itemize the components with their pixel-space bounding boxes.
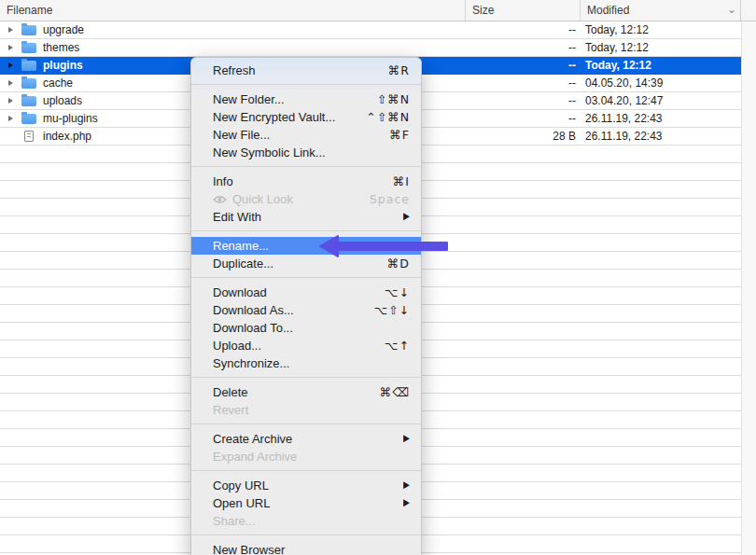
menu-item-download-as[interactable]: Download As... ⌥⇧↓ ▶ [191, 301, 421, 319]
menu-item-edit-with[interactable]: Edit With ▶ [191, 208, 421, 226]
menu-item-download-to[interactable]: Download To... ▶ [191, 319, 421, 337]
menu-item-refresh[interactable]: Refresh ⌘R ▶ [191, 62, 421, 79]
menu-item-label: Refresh [213, 62, 388, 79]
menu-separator [191, 377, 421, 378]
menu-item-shortcut: ⌘R [388, 62, 410, 79]
menu-item-quick-look: Quick Look Space ▶ [191, 190, 421, 208]
menu-item-open-url[interactable]: Open URL ▶ [191, 494, 421, 512]
menu-item-shortcut: ⌥↑ [385, 337, 410, 354]
menu-separator [191, 423, 421, 424]
disclosure-triangle-icon[interactable] [8, 98, 13, 104]
file-size: -- [469, 76, 580, 90]
menu-item-label: Download As... [213, 301, 374, 319]
disclosure-triangle-icon[interactable] [8, 45, 13, 50]
column-header-blank [740, 0, 756, 21]
menu-item-new-encrypted-vault[interactable]: New Encrypted Vault... ⌃⇧⌘N ▶ [191, 108, 421, 126]
menu-item-label: Expand Archive [213, 448, 410, 465]
menu-item-shortcut: ⌘F [389, 126, 410, 144]
menu-item-label: New Symbolic Link... [213, 144, 410, 161]
file-size: -- [469, 94, 580, 107]
file-modified: Today, 12:12 [580, 59, 741, 72]
folder-icon [21, 25, 36, 35]
file-size: -- [469, 23, 580, 36]
menu-item-delete[interactable]: Delete ⌘⌫ ▶ [191, 383, 421, 401]
menu-item-label: Synchronize... [213, 354, 410, 372]
folder-icon [21, 96, 36, 106]
menu-item-new-folder[interactable]: New Folder... ⇧⌘N ▶ [191, 90, 421, 108]
menu-item-info[interactable]: Info ⌘I ▶ [191, 173, 421, 190]
disclosure-triangle-icon[interactable] [8, 80, 13, 86]
menu-item-label: New Browser [213, 541, 410, 555]
menu-separator [191, 534, 421, 535]
menu-item-new-browser[interactable]: New Browser ▶ [191, 541, 421, 555]
file-modified: Today, 12:12 [580, 23, 741, 36]
file-name: upgrade [43, 23, 469, 36]
file-modified: 04.05.20, 14:39 [580, 76, 741, 90]
file-modified: 03.04.20, 12:47 [580, 94, 741, 107]
file-modified: 26.11.19, 22:43 [580, 130, 741, 143]
menu-item-label: New Folder... [213, 90, 377, 108]
menu-separator [191, 277, 421, 278]
file-size: -- [469, 41, 580, 54]
chevron-down-icon[interactable]: ⌄ [727, 3, 736, 16]
table-row-upgrade[interactable]: upgrade -- Today, 12:12 [0, 21, 741, 39]
folder-icon [21, 43, 36, 53]
menu-separator [191, 166, 421, 167]
file-modified: 26.11.19, 22:43 [580, 112, 741, 125]
disclosure-triangle-icon[interactable] [8, 27, 13, 33]
menu-item-shortcut: ⌘I [393, 173, 410, 190]
folder-icon [21, 78, 36, 89]
menu-item-copy-url[interactable]: Copy URL ▶ [191, 477, 421, 494]
eye-icon [213, 195, 227, 204]
menu-item-shortcut: ⌥⇧↓ [374, 301, 410, 319]
menu-item-label: Quick Look [232, 190, 370, 208]
menu-item-new-file[interactable]: New File... ⌘F ▶ [191, 126, 421, 144]
menu-item-label: Info [213, 173, 393, 190]
menu-item-label: New File... [213, 126, 389, 144]
column-header-size[interactable]: Size [465, 0, 580, 21]
submenu-arrow-icon: ▶ [403, 207, 410, 228]
menu-item-shortcut: ⇧⌘N [377, 90, 410, 108]
menu-item-share: Share... ▶ [191, 512, 421, 530]
menu-item-label: Revert [213, 401, 410, 419]
menu-item-label: Copy URL [213, 477, 403, 494]
menu-item-label: Download [213, 284, 385, 301]
menu-item-label: Create Archive [213, 430, 403, 448]
menu-item-upload[interactable]: Upload... ⌥↑ ▶ [191, 337, 421, 354]
file-modified: Today, 12:12 [580, 41, 741, 54]
folder-icon [21, 114, 36, 124]
context-menu: Refresh ⌘R ▶ New Folder... ⇧⌘N ▶ New Enc… [190, 57, 422, 555]
disclosure-triangle-icon[interactable] [8, 62, 13, 68]
file-size: 28 B [469, 130, 580, 143]
menu-item-label: Download To... [213, 319, 410, 337]
column-header-size-label: Size [472, 4, 494, 17]
menu-item-synchronize[interactable]: Synchronize... ▶ [191, 354, 421, 372]
column-header-modified[interactable]: Modified ⌄ [580, 0, 740, 21]
annotation-arrow-icon [313, 231, 453, 263]
list-header: Filename Size Modified ⌄ [0, 0, 756, 21]
menu-item-label: New Encrypted Vault... [213, 108, 366, 126]
menu-item-label: Upload... [213, 337, 385, 354]
file-size: -- [469, 112, 580, 125]
menu-item-shortcut: ⌘⌫ [380, 383, 410, 401]
menu-item-expand-archive: Expand Archive ▶ [191, 448, 421, 465]
menu-item-new-symbolic-link[interactable]: New Symbolic Link... ▶ [191, 144, 421, 161]
disclosure-triangle-icon[interactable] [8, 116, 13, 121]
menu-item-label: Share... [213, 512, 410, 530]
column-header-filename-label: Filename [7, 4, 52, 17]
vertical-scrollbar[interactable] [741, 21, 756, 555]
menu-item-create-archive[interactable]: Create Archive ▶ [191, 430, 421, 448]
menu-item-shortcut: ⌃⇧⌘N [366, 108, 410, 126]
submenu-arrow-icon: ▶ [403, 493, 410, 514]
column-header-filename[interactable]: Filename [0, 0, 465, 21]
menu-item-label: Delete [213, 383, 380, 401]
folder-icon [21, 61, 36, 71]
menu-item-shortcut: ⌥↓ [385, 284, 410, 301]
document-icon [24, 131, 34, 142]
table-row-themes[interactable]: themes -- Today, 12:12 [0, 39, 741, 57]
file-name: themes [43, 41, 469, 54]
column-header-modified-label: Modified [587, 4, 629, 17]
file-browser-window: Filename Size Modified ⌄ upgrade -- Toda… [0, 0, 756, 555]
menu-item-revert: Revert ▶ [191, 401, 421, 419]
menu-item-download[interactable]: Download ⌥↓ ▶ [191, 284, 421, 301]
